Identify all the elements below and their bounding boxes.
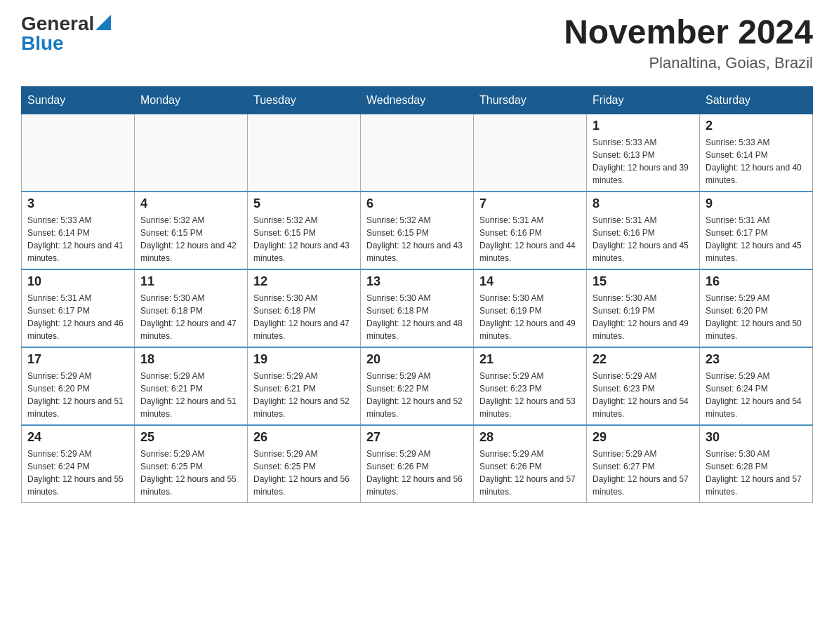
calendar-cell: 5Sunrise: 5:32 AMSunset: 6:15 PMDaylight… [248,192,361,269]
day-info: Sunrise: 5:32 AMSunset: 6:15 PMDaylight:… [366,214,468,264]
col-header-wednesday: Wednesday [361,86,474,114]
day-number: 3 [27,196,128,211]
calendar-cell: 7Sunrise: 5:31 AMSunset: 6:16 PMDaylight… [474,192,587,269]
day-info: Sunrise: 5:31 AMSunset: 6:16 PMDaylight:… [593,214,694,264]
day-info: Sunrise: 5:29 AMSunset: 6:22 PMDaylight:… [366,370,468,420]
day-info: Sunrise: 5:31 AMSunset: 6:17 PMDaylight:… [706,214,807,264]
logo-general-text: General [21,14,94,34]
day-info: Sunrise: 5:31 AMSunset: 6:16 PMDaylight:… [479,214,581,264]
day-number: 4 [140,196,241,211]
calendar-cell: 18Sunrise: 5:29 AMSunset: 6:21 PMDayligh… [135,347,248,425]
day-number: 20 [366,352,468,367]
calendar-cell: 15Sunrise: 5:30 AMSunset: 6:19 PMDayligh… [587,269,700,347]
day-number: 2 [706,119,807,133]
calendar-cell: 2Sunrise: 5:33 AMSunset: 6:14 PMDaylight… [700,114,813,192]
calendar-cell [22,114,135,192]
calendar-cell: 1Sunrise: 5:33 AMSunset: 6:13 PMDaylight… [587,114,700,192]
calendar-header-row: SundayMondayTuesdayWednesdayThursdayFrid… [22,86,813,114]
day-number: 18 [140,352,241,367]
day-number: 30 [706,430,807,445]
day-number: 17 [27,352,128,367]
day-number: 8 [593,196,694,211]
day-number: 28 [479,430,581,445]
day-info: Sunrise: 5:30 AMSunset: 6:18 PMDaylight:… [366,292,468,342]
day-number: 19 [253,352,355,367]
day-number: 10 [27,274,128,289]
day-info: Sunrise: 5:29 AMSunset: 6:24 PMDaylight:… [27,448,128,498]
calendar-week-row: 24Sunrise: 5:29 AMSunset: 6:24 PMDayligh… [22,425,813,503]
calendar-cell: 30Sunrise: 5:30 AMSunset: 6:28 PMDayligh… [700,425,813,503]
day-info: Sunrise: 5:29 AMSunset: 6:26 PMDaylight:… [366,448,468,498]
calendar-cell: 29Sunrise: 5:29 AMSunset: 6:27 PMDayligh… [587,425,700,503]
day-number: 23 [706,352,807,367]
col-header-saturday: Saturday [700,86,813,114]
day-number: 13 [366,274,468,289]
calendar-week-row: 17Sunrise: 5:29 AMSunset: 6:20 PMDayligh… [22,347,813,425]
day-number: 26 [253,430,355,445]
day-info: Sunrise: 5:33 AMSunset: 6:13 PMDaylight:… [593,136,694,187]
day-info: Sunrise: 5:32 AMSunset: 6:15 PMDaylight:… [140,214,241,264]
calendar-cell [361,114,474,192]
calendar-cell: 9Sunrise: 5:31 AMSunset: 6:17 PMDaylight… [700,192,813,269]
day-info: Sunrise: 5:30 AMSunset: 6:18 PMDaylight:… [140,292,241,342]
logo-blue-text: Blue [21,34,64,53]
day-number: 15 [593,274,694,289]
day-info: Sunrise: 5:29 AMSunset: 6:24 PMDaylight:… [706,370,807,420]
day-number: 27 [366,430,468,445]
day-number: 21 [479,352,581,367]
calendar-cell: 21Sunrise: 5:29 AMSunset: 6:23 PMDayligh… [474,347,587,425]
calendar-table: SundayMondayTuesdayWednesdayThursdayFrid… [21,86,813,503]
calendar-cell: 28Sunrise: 5:29 AMSunset: 6:26 PMDayligh… [474,425,587,503]
day-number: 9 [706,196,807,211]
day-info: Sunrise: 5:30 AMSunset: 6:19 PMDaylight:… [593,292,694,342]
day-info: Sunrise: 5:30 AMSunset: 6:18 PMDaylight:… [253,292,355,342]
day-info: Sunrise: 5:32 AMSunset: 6:15 PMDaylight:… [253,214,355,264]
svg-marker-0 [95,15,111,30]
calendar-cell: 26Sunrise: 5:29 AMSunset: 6:25 PMDayligh… [248,425,361,503]
day-number: 7 [479,196,581,211]
day-number: 11 [140,274,241,289]
calendar-week-row: 1Sunrise: 5:33 AMSunset: 6:13 PMDaylight… [22,114,813,192]
calendar-cell: 13Sunrise: 5:30 AMSunset: 6:18 PMDayligh… [361,269,474,347]
calendar-week-row: 10Sunrise: 5:31 AMSunset: 6:17 PMDayligh… [22,269,813,347]
calendar-cell: 24Sunrise: 5:29 AMSunset: 6:24 PMDayligh… [22,425,135,503]
day-number: 5 [253,196,355,211]
day-number: 24 [27,430,128,445]
day-info: Sunrise: 5:31 AMSunset: 6:17 PMDaylight:… [27,292,128,342]
calendar-cell: 10Sunrise: 5:31 AMSunset: 6:17 PMDayligh… [22,269,135,347]
day-number: 1 [593,119,694,133]
day-number: 25 [140,430,241,445]
day-info: Sunrise: 5:29 AMSunset: 6:25 PMDaylight:… [140,448,241,498]
calendar-cell: 20Sunrise: 5:29 AMSunset: 6:22 PMDayligh… [361,347,474,425]
calendar-cell: 11Sunrise: 5:30 AMSunset: 6:18 PMDayligh… [135,269,248,347]
logo-triangle-icon [95,15,111,30]
day-info: Sunrise: 5:33 AMSunset: 6:14 PMDaylight:… [27,214,128,264]
calendar-week-row: 3Sunrise: 5:33 AMSunset: 6:14 PMDaylight… [22,192,813,269]
title-section: November 2024 Planaltina, Goias, Brazil [564,14,813,72]
day-info: Sunrise: 5:29 AMSunset: 6:20 PMDaylight:… [27,370,128,420]
calendar-cell: 17Sunrise: 5:29 AMSunset: 6:20 PMDayligh… [22,347,135,425]
calendar-cell: 19Sunrise: 5:29 AMSunset: 6:21 PMDayligh… [248,347,361,425]
day-info: Sunrise: 5:29 AMSunset: 6:25 PMDaylight:… [253,448,355,498]
day-info: Sunrise: 5:29 AMSunset: 6:21 PMDaylight:… [140,370,241,420]
calendar-cell [135,114,248,192]
day-number: 6 [366,196,468,211]
calendar-cell: 3Sunrise: 5:33 AMSunset: 6:14 PMDaylight… [22,192,135,269]
calendar-cell: 8Sunrise: 5:31 AMSunset: 6:16 PMDaylight… [587,192,700,269]
col-header-friday: Friday [587,86,700,114]
calendar-cell: 14Sunrise: 5:30 AMSunset: 6:19 PMDayligh… [474,269,587,347]
day-info: Sunrise: 5:29 AMSunset: 6:21 PMDaylight:… [253,370,355,420]
day-info: Sunrise: 5:29 AMSunset: 6:27 PMDaylight:… [593,448,694,498]
day-info: Sunrise: 5:29 AMSunset: 6:23 PMDaylight:… [593,370,694,420]
calendar-cell: 6Sunrise: 5:32 AMSunset: 6:15 PMDaylight… [361,192,474,269]
calendar-cell: 4Sunrise: 5:32 AMSunset: 6:15 PMDaylight… [135,192,248,269]
col-header-thursday: Thursday [474,86,587,114]
col-header-monday: Monday [135,86,248,114]
calendar-cell: 12Sunrise: 5:30 AMSunset: 6:18 PMDayligh… [248,269,361,347]
calendar-cell: 25Sunrise: 5:29 AMSunset: 6:25 PMDayligh… [135,425,248,503]
calendar-cell: 27Sunrise: 5:29 AMSunset: 6:26 PMDayligh… [361,425,474,503]
day-number: 14 [479,274,581,289]
location-subtitle: Planaltina, Goias, Brazil [564,54,813,72]
calendar-cell [248,114,361,192]
day-info: Sunrise: 5:33 AMSunset: 6:14 PMDaylight:… [706,136,807,187]
